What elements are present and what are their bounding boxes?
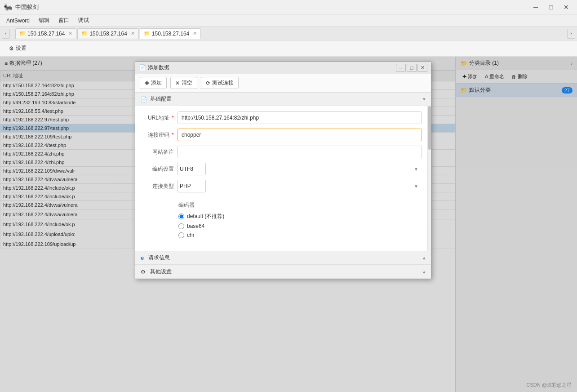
encoder-default-label: default (不推荐) (187, 213, 224, 220)
encoding-select[interactable]: UTF8 GBK Latin1 (178, 163, 206, 175)
encoder-base64-radio[interactable] (178, 223, 184, 229)
main-toolbar: ⚙ 设置 (0, 40, 577, 57)
basic-config-accordion[interactable]: 📄 基础配置 ▾ (135, 92, 431, 106)
note-row: 网站备注 (142, 146, 422, 158)
tab-icon-1: 📁 (81, 31, 88, 36)
modal-scrollbar[interactable] (427, 106, 431, 251)
modal-body[interactable]: 📄 基础配置 ▾ URL地址 * (135, 92, 431, 279)
modal-title-bar: 📄 添加数据 ─ □ ✕ (135, 62, 431, 74)
tab-0[interactable]: 📁 150.158.27.164 ✕ (15, 28, 76, 39)
settings-label: 设置 (16, 45, 27, 52)
encoder-chr-row: chr (178, 232, 415, 238)
request-info-icon: e (141, 254, 144, 261)
modal-scroll-thumb (428, 106, 431, 150)
password-row: 连接密码 * (142, 129, 422, 141)
tab-1[interactable]: 📁 150.158.27.164 ✕ (77, 28, 138, 39)
connection-select-wrapper: PHP ASP ASPX (178, 180, 422, 192)
maximize-button[interactable]: □ (544, 2, 558, 13)
modal-toolbar: ✚ 添加 ✕ 清空 ⟳ 测试连接 (135, 74, 431, 92)
tab-icon-2: 📁 (144, 31, 150, 36)
note-input[interactable] (178, 146, 422, 158)
encoder-base64-label: base64 (187, 223, 204, 229)
main-layout: ≡ 数据管理 (27) URL地址 IP地 连接类型 备注 创建时间 修改时间 … (0, 57, 577, 392)
encoding-select-wrapper: UTF8 GBK Latin1 (178, 163, 422, 175)
menu-edit[interactable]: 编辑 (34, 15, 54, 26)
connection-type-row: 连接类型 PHP ASP ASPX (142, 180, 422, 192)
note-label: 网站备注 (142, 148, 174, 156)
url-required: * (172, 115, 174, 121)
tab-prev-button[interactable]: ‹ (2, 29, 10, 39)
tab-icon-0: 📁 (19, 31, 26, 36)
password-input[interactable] (178, 129, 422, 141)
basic-config-label: 基础配置 (150, 95, 172, 103)
modal-add-icon: ✚ (145, 80, 149, 86)
modal-maximize-button[interactable]: □ (407, 64, 417, 72)
tab-close-2[interactable]: ✕ (193, 31, 197, 36)
request-info-accordion[interactable]: e 请求信息 ▴ (135, 251, 431, 265)
app-icon: 🐜 (4, 3, 13, 11)
other-settings-accordion[interactable]: ⚙ 其他设置 ▴ (135, 265, 431, 279)
close-button[interactable]: ✕ (559, 2, 573, 13)
menu-window[interactable]: 窗口 (54, 15, 74, 26)
modal-controls: ─ □ ✕ (396, 64, 427, 72)
tab-close-1[interactable]: ✕ (131, 31, 135, 36)
encoder-section: 编码器 default (不推荐) base64 c (142, 197, 422, 245)
password-required: * (172, 132, 174, 138)
modal-test-label: 测试连接 (212, 79, 234, 87)
modal-overlay: 📄 添加数据 ─ □ ✕ ✚ 添加 ✕ 清空 ⟳ (0, 57, 577, 392)
encoder-base64-row: base64 (178, 223, 415, 229)
password-label: 连接密码 * (142, 131, 174, 139)
url-input[interactable] (178, 111, 422, 124)
modal-test-icon: ⟳ (206, 80, 210, 86)
connection-type-label: 连接类型 (142, 183, 174, 190)
encoding-row: 编码设置 UTF8 GBK Latin1 (142, 163, 422, 175)
app-title: 中国蚁剑 (15, 3, 39, 11)
encoder-default-radio[interactable] (178, 214, 184, 219)
request-info-arrow: ▴ (423, 255, 426, 261)
modal-test-button[interactable]: ⟳ 测试连接 (201, 77, 239, 89)
modal-add-label: 添加 (151, 79, 162, 87)
minimize-button[interactable]: ─ (528, 2, 543, 13)
modal-minimize-button[interactable]: ─ (396, 64, 406, 72)
title-bar: 🐜 中国蚁剑 ─ □ ✕ (0, 0, 577, 14)
encoding-label: 编码设置 (142, 165, 174, 173)
menu-debug[interactable]: 调试 (74, 15, 93, 26)
tab-label-2: 150.158.27.164 (152, 31, 189, 37)
modal-title-icon: 📄 (139, 64, 146, 71)
modal-add-button[interactable]: ✚ 添加 (140, 77, 167, 89)
encoder-chr-radio[interactable] (178, 232, 184, 238)
other-settings-icon: ⚙ (141, 269, 146, 275)
encoder-chr-label: chr (187, 232, 195, 238)
connection-type-select[interactable]: PHP ASP ASPX (178, 180, 206, 192)
tab-label-0: 150.158.27.164 (27, 31, 65, 37)
tab-bar: ‹ 📁 150.158.27.164 ✕ 📁 150.158.27.164 ✕ … (0, 27, 577, 40)
modal-clear-label: 清空 (182, 79, 192, 87)
settings-button[interactable]: ⚙ 设置 (5, 43, 30, 54)
basic-config-arrow: ▾ (423, 96, 426, 102)
tab-2[interactable]: 📁 150.158.27.164 ✕ (140, 28, 201, 39)
encoder-label: 编码器 (178, 201, 415, 209)
window-controls: ─ □ ✕ (528, 2, 573, 13)
menu-antsword[interactable]: AntSword (2, 16, 34, 26)
encoder-default-row: default (不推荐) (178, 213, 415, 220)
modal-title-text: 添加数据 (148, 64, 396, 71)
tab-more-button[interactable]: › (567, 29, 575, 39)
tab-close-0[interactable]: ✕ (68, 31, 72, 36)
settings-icon: ⚙ (9, 45, 14, 52)
other-settings-arrow: ▴ (423, 269, 426, 275)
request-info-label: 请求信息 (148, 254, 170, 262)
basic-config-form: URL地址 * 连接密码 * (135, 106, 431, 251)
basic-config-icon: 📄 (141, 96, 147, 102)
url-row: URL地址 * (142, 111, 422, 124)
modal-clear-icon: ✕ (175, 80, 180, 86)
url-label: URL地址 * (142, 114, 174, 122)
modal-close-button[interactable]: ✕ (417, 64, 427, 72)
menu-bar: AntSword 编辑 窗口 调试 (0, 14, 577, 27)
other-settings-label: 其他设置 (150, 268, 172, 276)
tab-label-1: 150.158.27.164 (89, 31, 127, 37)
modal-clear-button[interactable]: ✕ 清空 (170, 77, 197, 89)
add-data-modal: 📄 添加数据 ─ □ ✕ ✚ 添加 ✕ 清空 ⟳ (135, 61, 431, 279)
